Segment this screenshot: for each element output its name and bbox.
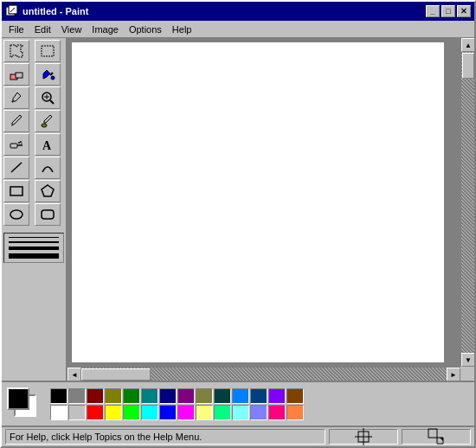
color-swatch-2[interactable] <box>87 388 104 404</box>
close-button[interactable]: ✕ <box>457 5 471 17</box>
color-swatch-8[interactable] <box>196 388 213 404</box>
color-swatch-10[interactable] <box>232 388 249 404</box>
scroll-down-button[interactable]: ▼ <box>461 353 474 367</box>
color-swatch-15[interactable] <box>68 405 86 420</box>
color-swatch-11[interactable] <box>250 388 267 404</box>
poly-tool[interactable] <box>35 180 61 202</box>
color-swatch-5[interactable] <box>141 388 158 404</box>
rect-select-tool[interactable] <box>35 40 61 62</box>
menu-view[interactable]: View <box>56 22 87 36</box>
svg-point-7 <box>51 76 55 80</box>
scroll-left-button[interactable]: ◄ <box>68 368 81 381</box>
color-swatch-25[interactable] <box>250 405 267 420</box>
curve-tool[interactable] <box>35 157 61 179</box>
round-rect-tool[interactable] <box>35 203 61 226</box>
svg-point-16 <box>20 141 22 143</box>
menu-help[interactable]: Help <box>167 22 197 36</box>
color-swatch-16[interactable] <box>87 405 104 420</box>
canvas-inner[interactable] <box>68 38 460 367</box>
line-size-3[interactable] <box>7 246 61 251</box>
window-title: untitled - Paint <box>23 6 426 16</box>
airbrush-tool[interactable] <box>3 133 29 156</box>
menu-image[interactable]: Image <box>87 22 124 36</box>
scroll-up-button[interactable]: ▲ <box>461 38 474 52</box>
menu-file[interactable]: File <box>3 22 29 36</box>
status-bar: For Help, click Help Topics on the Help … <box>2 426 474 446</box>
vertical-scrollbar: ▲ ▼ <box>460 38 474 367</box>
zoom-tool[interactable] <box>35 86 61 109</box>
scroll-thumb-v[interactable] <box>462 53 474 79</box>
color-swatch-14[interactable] <box>50 405 68 420</box>
main-window: untitled - Paint _ □ ✕ File Edit View Im… <box>0 0 476 448</box>
color-swatch-4[interactable] <box>123 388 140 404</box>
maximize-button[interactable]: □ <box>441 5 455 17</box>
pencil-tool[interactable] <box>3 110 29 132</box>
brush-tool[interactable] <box>35 110 61 132</box>
svg-point-22 <box>10 210 23 219</box>
color-swatch-9[interactable] <box>214 388 231 404</box>
line-size-2[interactable] <box>7 240 61 244</box>
color-swatch-27[interactable] <box>286 405 304 420</box>
minimize-button[interactable]: _ <box>426 5 440 17</box>
line-size-1[interactable] <box>7 236 61 239</box>
color-swatch-19[interactable] <box>141 405 158 420</box>
svg-marker-21 <box>42 185 54 196</box>
palette-area <box>2 381 474 426</box>
svg-rect-27 <box>428 429 437 438</box>
crosshair-icon <box>355 428 372 445</box>
eraser-tool[interactable] <box>3 63 29 86</box>
svg-rect-13 <box>10 144 17 148</box>
status-size <box>402 429 471 445</box>
color-swatch-20[interactable] <box>159 405 177 420</box>
rect-tool[interactable] <box>3 180 29 202</box>
line-size-4[interactable] <box>7 253 61 259</box>
title-bar: untitled - Paint _ □ ✕ <box>2 2 474 21</box>
color-swatch-17[interactable] <box>105 405 122 420</box>
status-coords <box>329 429 398 445</box>
color-swatch-13[interactable] <box>286 388 304 404</box>
color-swatch-23[interactable] <box>214 405 231 420</box>
color-swatch-24[interactable] <box>232 405 249 420</box>
color-swatch-6[interactable] <box>159 388 177 404</box>
eyedropper-tool[interactable] <box>3 86 29 109</box>
app-icon <box>5 4 19 18</box>
drawing-canvas[interactable] <box>71 42 445 363</box>
svg-line-9 <box>50 100 54 104</box>
color-swatch-1[interactable] <box>68 388 86 404</box>
scroll-thumb-h[interactable] <box>81 368 151 381</box>
svg-rect-6 <box>16 73 23 78</box>
menu-bar: File Edit View Image Options Help <box>2 21 474 38</box>
svg-point-15 <box>18 142 20 144</box>
color-swatch-7[interactable] <box>177 388 195 404</box>
ellipse-tool[interactable] <box>3 203 29 226</box>
color-swatch-0[interactable] <box>50 388 68 404</box>
horizontal-scrollbar: ◄ ► <box>68 367 460 381</box>
line-tool[interactable] <box>3 157 29 179</box>
foreground-color-box[interactable] <box>7 387 29 410</box>
menu-options[interactable]: Options <box>124 22 167 36</box>
color-swatch-18[interactable] <box>123 405 140 420</box>
svg-point-17 <box>21 143 22 144</box>
color-swatch-21[interactable] <box>177 405 195 420</box>
svg-rect-4 <box>42 46 54 56</box>
svg-text:A: A <box>42 139 52 152</box>
color-swatch-26[interactable] <box>268 405 286 420</box>
canvas-scroll-area: ▲ ▼ <box>68 38 474 367</box>
color-swatch-3[interactable] <box>105 388 122 404</box>
text-tool[interactable]: A <box>35 133 61 156</box>
canvas-container: ▲ ▼ ◄ ► <box>68 38 474 381</box>
fill-tool[interactable] <box>35 63 61 86</box>
color-swatch-12[interactable] <box>268 388 286 404</box>
main-area: A <box>2 38 474 381</box>
scroll-corner <box>460 367 474 381</box>
scroll-right-button[interactable]: ► <box>447 368 460 381</box>
svg-marker-32 <box>440 438 443 441</box>
resize-icon <box>428 428 445 445</box>
color-swatch-22[interactable] <box>196 405 213 420</box>
menu-edit[interactable]: Edit <box>29 22 56 36</box>
svg-line-19 <box>11 163 22 172</box>
free-select-tool[interactable] <box>3 40 29 62</box>
horizontal-scrollbar-area: ◄ ► <box>68 367 474 381</box>
scroll-track-h[interactable] <box>81 368 447 381</box>
scroll-track-v[interactable] <box>461 52 474 353</box>
